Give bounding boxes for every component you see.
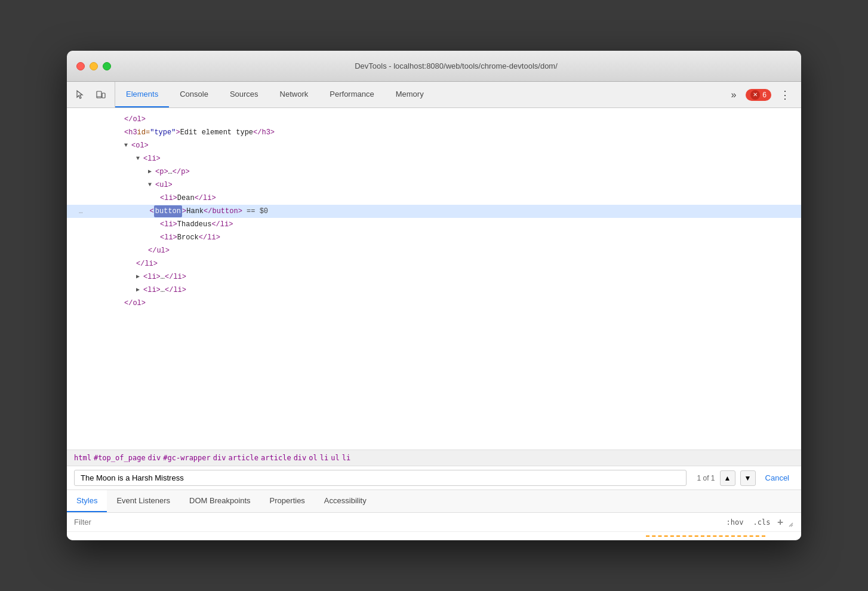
search-count: 1 of 1 <box>691 474 715 482</box>
toolbar: Elements Console Sources Network Perform… <box>67 82 801 108</box>
highlighted-element-tag: button <box>154 205 182 217</box>
breadcrumb-article-1[interactable]: article <box>228 454 258 462</box>
titlebar: DevTools - localhost:8080/web/tools/chro… <box>67 51 801 82</box>
search-bar: 1 of 1 ▲ ▼ Cancel <box>67 466 801 490</box>
dom-line: <h3 id="type" > Edit element type </h3> <box>67 126 801 139</box>
dom-line: </ul> <box>67 244 801 257</box>
breadcrumb-li-1[interactable]: li <box>320 454 328 462</box>
add-style-rule-button[interactable]: + <box>777 516 783 528</box>
dom-line: ▼ <ol> <box>67 139 801 152</box>
svg-rect-1 <box>102 93 105 98</box>
dom-line: ▼ <ul> <box>67 178 801 192</box>
breadcrumb-div-1[interactable]: div <box>148 454 161 462</box>
bottom-tab-event-listeners[interactable]: Event Listeners <box>107 490 180 512</box>
dom-line: </ol> <box>67 113 801 126</box>
styles-content-area <box>67 532 801 540</box>
tab-performance[interactable]: Performance <box>319 82 384 107</box>
tab-console[interactable]: Console <box>169 82 219 107</box>
hov-button[interactable]: :hov <box>724 517 746 528</box>
dom-line: <li> Brock </li> <box>67 231 801 244</box>
devtools-window: DevTools - localhost:8080/web/tools/chro… <box>67 51 801 540</box>
error-badge[interactable]: ✕ 6 <box>746 89 771 101</box>
bottom-tab-dom-breakpoints[interactable]: DOM Breakpoints <box>180 490 260 512</box>
cursor-icon <box>75 90 86 100</box>
breadcrumb-gc-wrapper[interactable]: #gc-wrapper <box>163 454 210 462</box>
dom-line: ▼ <li> <box>67 152 801 165</box>
bottom-panel: Styles Event Listeners DOM Breakpoints P… <box>67 490 801 540</box>
dashed-border-preview <box>646 535 765 537</box>
ellipsis-button[interactable]: … <box>76 205 85 217</box>
bottom-tab-list: Styles Event Listeners DOM Breakpoints P… <box>67 490 801 513</box>
search-cancel-button[interactable]: Cancel <box>761 471 794 485</box>
search-prev-button[interactable]: ▲ <box>720 470 735 486</box>
device-icon <box>96 90 106 100</box>
bottom-tab-properties[interactable]: Properties <box>260 490 315 512</box>
minimize-button[interactable] <box>90 62 98 70</box>
breadcrumb-ul[interactable]: ul <box>331 454 339 462</box>
toolbar-icons <box>67 82 115 107</box>
maximize-button[interactable] <box>103 62 111 70</box>
main-menu-button[interactable]: ⋮ <box>776 86 794 104</box>
breadcrumb-div-2[interactable]: div <box>213 454 226 462</box>
traffic-lights <box>76 62 111 70</box>
cls-button[interactable]: .cls <box>750 517 772 528</box>
filter-actions: :hov .cls + <box>724 516 783 528</box>
inspect-element-button[interactable] <box>72 86 90 104</box>
tab-sources[interactable]: Sources <box>219 82 269 107</box>
dom-line: <li> Dean </li> <box>67 192 801 205</box>
tab-list: Elements Console Sources Network Perform… <box>115 82 435 107</box>
resize-handle[interactable] <box>788 519 794 525</box>
styles-filter-bar: :hov .cls + <box>67 513 801 532</box>
breadcrumb-li-2[interactable]: li <box>342 454 350 462</box>
search-next-button[interactable]: ▼ <box>740 470 756 486</box>
dom-line: ▶ <li> … </li> <box>67 270 801 284</box>
resize-icon <box>788 522 794 528</box>
dom-line: ▶ <li> … </li> <box>67 284 801 297</box>
breadcrumb-article-2[interactable]: article <box>261 454 291 462</box>
device-mode-button[interactable] <box>92 86 110 104</box>
window-title: DevTools - localhost:8080/web/tools/chro… <box>121 61 792 70</box>
dom-tree-panel[interactable]: </ol> <h3 id="type" > Edit element type … <box>67 108 801 450</box>
dom-line: ▶ <p> … </p> <box>67 165 801 178</box>
tab-memory[interactable]: Memory <box>385 82 435 107</box>
bottom-tab-accessibility[interactable]: Accessibility <box>315 490 376 512</box>
breadcrumb-div-3[interactable]: div <box>294 454 307 462</box>
more-tabs-button[interactable]: » <box>726 87 741 103</box>
search-input[interactable] <box>74 470 687 486</box>
breadcrumb-html[interactable]: html <box>74 454 91 462</box>
breadcrumb-bar: html #top_of_page div #gc-wrapper div ar… <box>67 450 801 466</box>
dom-line: </ol> <box>67 297 801 310</box>
toolbar-right: » ✕ 6 ⋮ <box>719 82 801 107</box>
dom-line-selected[interactable]: … <button> Hank </button> == $0 <box>67 205 801 218</box>
breadcrumb-ol[interactable]: ol <box>309 454 317 462</box>
breadcrumb-top-of-page[interactable]: #top_of_page <box>94 454 146 462</box>
tab-elements[interactable]: Elements <box>115 82 169 107</box>
close-button[interactable] <box>76 62 85 70</box>
dom-line: </li> <box>67 257 801 270</box>
error-icon: ✕ <box>750 90 760 100</box>
tab-network[interactable]: Network <box>269 82 319 107</box>
dom-line: <li> Thaddeus </li> <box>67 218 801 231</box>
styles-filter-input[interactable] <box>74 518 719 527</box>
bottom-tab-styles[interactable]: Styles <box>67 490 107 512</box>
